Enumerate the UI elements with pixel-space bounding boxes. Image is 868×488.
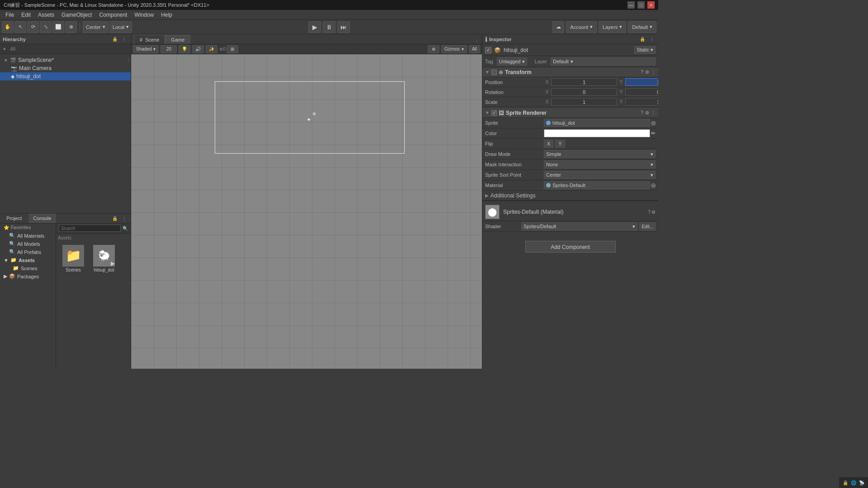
object-active-checkbox[interactable]: ✓ xyxy=(485,47,491,53)
flip-y-button[interactable]: Y xyxy=(555,140,565,148)
material-ref[interactable]: Sprites-Default xyxy=(544,181,650,189)
all-models-item[interactable]: 🔍 All Models xyxy=(0,240,56,248)
sprite-renderer-settings-icon[interactable]: ⚙ xyxy=(645,110,649,115)
transform-component-header[interactable]: ▼ ⊕ Transform ? ⚙ ⋮ xyxy=(482,67,658,77)
assets-root[interactable]: ▼ 📁 Assets xyxy=(0,256,56,264)
zoom-dropdown[interactable]: 20 xyxy=(160,45,177,53)
light-btn[interactable]: 💡 xyxy=(179,45,190,53)
grid-btn[interactable]: ⊞ xyxy=(226,45,238,53)
sprite-renderer-more-icon[interactable]: ⋮ xyxy=(651,110,656,115)
hitsuji-asset[interactable]: 🐑 ▶ hitsuji_dot xyxy=(90,245,118,272)
tab-scene[interactable]: # Scene xyxy=(134,35,165,44)
minimize-button[interactable]: — xyxy=(627,1,635,9)
hierarchy-more-icon[interactable]: ⋮ xyxy=(121,35,128,43)
hitsuji-item[interactable]: ◆ hitsuji_dot xyxy=(0,72,131,80)
static-dropdown[interactable]: Static ▾ xyxy=(634,46,656,54)
scene-view[interactable]: ✦ xyxy=(131,54,482,369)
scene-pick-btn[interactable]: ⊕ xyxy=(428,45,439,53)
inspector-more-icon[interactable]: ⋮ xyxy=(648,35,656,43)
menu-gameobject[interactable]: GameObject xyxy=(58,11,95,19)
maximize-button[interactable]: □ xyxy=(637,1,645,9)
rotation-x-input[interactable] xyxy=(551,88,617,96)
menu-window[interactable]: Window xyxy=(131,11,157,19)
all-prefabs-item[interactable]: 🔍 All Prefabs xyxy=(0,248,56,256)
inspector-lock-icon[interactable]: 🔒 xyxy=(638,35,646,43)
pivot-center-dropdown[interactable]: Center ▾ xyxy=(83,21,108,33)
all-dropdown[interactable]: All xyxy=(469,45,480,53)
step-button[interactable]: ⏭ xyxy=(337,21,350,33)
effects-btn[interactable]: ✨ xyxy=(206,45,217,53)
color-picker-icon[interactable]: ✏ xyxy=(651,130,656,136)
menu-help[interactable]: Help xyxy=(157,11,176,19)
transform-help-icon[interactable]: ? xyxy=(641,70,643,75)
tab-game[interactable]: Game xyxy=(165,35,190,44)
gizmos-dropdown[interactable]: Gizmos ▾ xyxy=(441,45,467,53)
scenes-folder-item[interactable]: 📁 Scenes xyxy=(0,264,56,272)
shading-dropdown[interactable]: Shaded ▾ xyxy=(133,45,159,53)
add-component-button[interactable]: Add Component xyxy=(525,241,616,253)
material-settings-icon[interactable]: ⚙ xyxy=(651,210,656,215)
project-lock-icon[interactable]: 🔒 xyxy=(111,214,119,222)
sprite-sort-dropdown[interactable]: Center ▾ xyxy=(544,171,656,179)
transform-widget[interactable]: ✦ xyxy=(307,117,311,123)
position-y-input[interactable] xyxy=(625,78,658,86)
tool-hand[interactable]: ✋ xyxy=(2,21,14,33)
transform-more-icon[interactable]: ⋮ xyxy=(651,70,656,75)
hierarchy-add-btn[interactable]: + xyxy=(2,45,7,53)
sound-btn[interactable]: 🔊 xyxy=(192,45,204,53)
play-button[interactable]: ▶ xyxy=(308,21,321,33)
scene-more-btn[interactable]: ⋮ xyxy=(475,38,479,44)
scene-more-icon[interactable]: ⋮ xyxy=(126,58,131,63)
additional-settings-header[interactable]: ▶ Additional Settings xyxy=(482,191,658,201)
flip-x-button[interactable]: X xyxy=(544,140,553,148)
tool-move[interactable]: ↖ xyxy=(14,21,26,33)
tag-dropdown[interactable]: Untagged ▾ xyxy=(497,57,528,66)
pivot-local-dropdown[interactable]: Local ▾ xyxy=(109,21,132,33)
material-target-icon[interactable]: ◎ xyxy=(651,182,656,188)
account-dropdown[interactable]: Account ▾ xyxy=(566,21,597,33)
main-camera-item[interactable]: 📷 Main Camera xyxy=(0,64,131,72)
transform-settings-icon[interactable]: ⚙ xyxy=(645,70,649,75)
mask-interaction-dropdown[interactable]: None ▾ xyxy=(544,160,656,169)
pause-button[interactable]: ⏸ xyxy=(323,21,335,33)
scenes-asset[interactable]: 📁 Scenes xyxy=(60,245,87,272)
hierarchy-lock-icon[interactable]: 🔒 xyxy=(111,35,119,43)
tab-console[interactable]: Console xyxy=(29,214,55,223)
transform-enable-checkbox[interactable] xyxy=(491,70,497,75)
draw-mode-dropdown[interactable]: Simple ▾ xyxy=(544,150,656,158)
scene-root-item[interactable]: ▼ 🎬 SampleScene* ⋮ xyxy=(0,56,131,64)
menu-assets[interactable]: Assets xyxy=(34,11,58,19)
rotation-y-input[interactable] xyxy=(625,88,658,96)
tool-rect[interactable]: ⬜ xyxy=(52,21,64,33)
tool-transform[interactable]: ⊕ xyxy=(65,21,77,33)
tool-rotate[interactable]: ⟳ xyxy=(27,21,39,33)
sprite-renderer-help-icon[interactable]: ? xyxy=(641,110,643,115)
menu-edit[interactable]: Edit xyxy=(18,11,34,19)
material-help-icon[interactable]: ? xyxy=(648,210,651,215)
object-name-input[interactable] xyxy=(504,47,632,53)
position-x-input[interactable] xyxy=(551,78,617,86)
sprite-target-icon[interactable]: ◎ xyxy=(651,120,656,126)
shader-value-dropdown[interactable]: Sprites/Default ▾ xyxy=(521,222,637,230)
all-materials-item[interactable]: 🔍 All Materials xyxy=(0,232,56,240)
layer-dropdown[interactable]: Default ▾ xyxy=(551,57,656,66)
packages-folder-item[interactable]: ▶ 📦 Packages xyxy=(0,272,56,281)
scene-center-handle[interactable] xyxy=(312,112,316,116)
default-dropdown[interactable]: Default ▾ xyxy=(628,21,656,33)
color-preview[interactable] xyxy=(544,129,650,137)
close-button[interactable]: ✕ xyxy=(647,1,655,9)
scale-x-input[interactable] xyxy=(551,98,617,106)
search-input[interactable] xyxy=(59,225,121,232)
tool-scale[interactable]: ⤡ xyxy=(40,21,52,33)
menu-component[interactable]: Component xyxy=(95,11,131,19)
project-more-icon[interactable]: ⋮ xyxy=(121,214,128,222)
tab-project[interactable]: Project xyxy=(3,214,25,223)
edit-shader-button[interactable]: Edit... xyxy=(639,222,656,230)
sprite-renderer-enable-checkbox[interactable]: ✓ xyxy=(491,110,497,116)
collab-icon-btn[interactable]: ☁ xyxy=(552,21,564,33)
scale-y-input[interactable] xyxy=(625,98,658,106)
sprite-ref[interactable]: hitsuji_dot xyxy=(544,119,650,127)
menu-file[interactable]: File xyxy=(2,11,18,19)
sprite-renderer-header[interactable]: ▼ ✓ 🖼 Sprite Renderer ? ⚙ ⋮ xyxy=(482,108,658,118)
layers-dropdown[interactable]: Layers ▾ xyxy=(599,21,626,33)
